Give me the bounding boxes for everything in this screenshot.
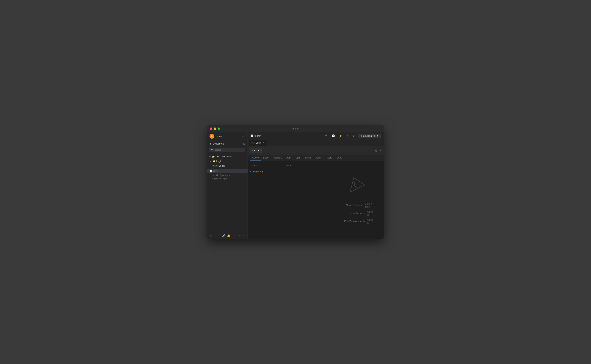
no-api-text: No API Specs found.	[212, 174, 245, 177]
settings-icon[interactable]: ⚙	[352, 134, 355, 138]
avatar: b	[210, 134, 214, 139]
params-table: Name Value	[250, 163, 329, 168]
tab-body[interactable]: Body	[261, 155, 271, 161]
col-actions-header	[317, 163, 329, 168]
tab-vars[interactable]: Vars	[294, 155, 303, 161]
collections-label: ⊞ Collections	[210, 142, 224, 145]
sidebar-item-jwt-generator[interactable]: ▶ 📁 JWT-Generator	[207, 154, 248, 159]
add-param-button[interactable]: + Add Param	[250, 170, 329, 174]
folder-icon: 📁	[212, 160, 215, 162]
request-bar-actions: ⧉ →	[375, 149, 381, 152]
history-icon[interactable]: 🕐	[331, 134, 336, 138]
search-input[interactable]	[215, 149, 244, 151]
titlebar: bruno	[207, 125, 384, 132]
open-api-spec: Open API Spec.	[212, 177, 245, 180]
sidebar-header: b bruno ···	[207, 132, 248, 141]
shortcut-send: Send Request Cmd + Enter	[339, 202, 376, 208]
top-actions: ⏱ 🕐 ⚡ 👁 ⚙ No Environment ▼	[324, 134, 381, 138]
content-area: 📄 Login ⏱ 🕐 ⚡ 👁 ⚙ No Environment ▼	[248, 132, 384, 239]
api-spec-suffix: API Spec.	[219, 177, 228, 180]
request-name: Login	[219, 164, 225, 167]
heart-icon[interactable]: ♡	[214, 234, 216, 237]
collections-actions: ⇅	[243, 142, 245, 145]
search-icon: 🔍	[211, 149, 214, 151]
main-layout: b bruno ··· ⊞ Collections ⇅ 🔍	[207, 132, 384, 239]
collections-icon: ⊞	[210, 142, 211, 145]
top-bar: 📄 Login ⏱ 🕐 ⚡ 👁 ⚙ No Environment ▼	[248, 132, 384, 140]
query-panel: Name Value + Add Param	[248, 161, 331, 239]
svg-line-1	[354, 178, 355, 186]
apis-section: 📄 APIs No API Specs found. Open API Spec…	[207, 168, 248, 182]
link-icon[interactable]: 🔗	[222, 234, 225, 237]
send-button[interactable]: →	[379, 149, 381, 152]
file-icon: 📄	[210, 170, 212, 172]
copy-url-button[interactable]: ⧉	[375, 149, 377, 152]
shortcut-new: New Request Cmd + B	[339, 210, 376, 216]
method-select[interactable]: GET ▼	[250, 148, 262, 153]
col-value-header: Value	[284, 163, 317, 168]
shortcut-env-label: Edit Environments	[339, 220, 365, 223]
folder-icon: 📁	[212, 155, 215, 158]
page-title: 📄 Login	[251, 134, 261, 137]
page-icon: 📄	[251, 134, 254, 137]
tab-script[interactable]: Script	[303, 155, 313, 161]
method-badge: GET	[212, 165, 218, 167]
window-title: bruno	[292, 127, 298, 130]
sidebar-item-login-collection[interactable]: ▼ 📁 Login	[207, 159, 248, 163]
sidebar-item-apis[interactable]: 📄 APIs	[207, 169, 248, 173]
tab-query[interactable]: Query	[250, 155, 261, 161]
request-bar: GET ▼ ⧉ →	[248, 146, 384, 155]
chevron-down-icon: ▼	[210, 160, 211, 162]
tab-login[interactable]: GET Login ✕	[249, 140, 267, 146]
environment-dropdown[interactable]: No Environment ▼	[358, 134, 381, 138]
sort-button[interactable]: ⇅	[243, 142, 245, 145]
sidebar-item-login-request[interactable]: GET Login	[207, 163, 248, 168]
tab-method: GET	[251, 142, 255, 144]
request-content: Name Value + Add Param	[248, 161, 384, 239]
shortcut-send-keys: Cmd + Enter	[365, 202, 376, 208]
method-label: GET	[252, 149, 256, 152]
sidebar-tree: ▶ 📁 JWT-Generator ▼ 📁 Login GET Login	[207, 154, 248, 232]
shortcut-new-label: New Request	[339, 212, 365, 215]
svg-line-2	[355, 186, 358, 188]
runner-icon[interactable]: ⚡	[338, 134, 343, 138]
add-tab-button[interactable]: +	[267, 141, 272, 145]
apis-label: APIs	[213, 170, 218, 172]
tab-docs[interactable]: Docs	[334, 155, 344, 161]
sidebar: b bruno ··· ⊞ Collections ⇅ 🔍	[207, 132, 248, 239]
tab-close-button[interactable]: ✕	[263, 142, 265, 144]
shortcut-env-keys: Cmd + E	[367, 218, 376, 224]
collection-name: Login	[216, 160, 222, 162]
collection-name: JWT-Generator	[216, 155, 232, 158]
sidebar-more-button[interactable]: ···	[242, 134, 245, 138]
right-panel: Send Request Cmd + Enter New Request Cmd…	[331, 161, 384, 239]
tab-tests[interactable]: Tests	[324, 155, 334, 161]
tabs-bar: GET Login ✕ +	[248, 140, 384, 146]
chevron-down-icon: ▼	[377, 135, 379, 137]
shortcut-new-keys: Cmd + B	[367, 210, 376, 216]
bell-icon[interactable]: 🔔	[227, 234, 230, 237]
tab-auth[interactable]: Auth	[284, 155, 294, 161]
tab-headers[interactable]: Headers	[271, 155, 284, 161]
tab-name: Login	[256, 142, 261, 144]
open-link[interactable]: Open	[212, 177, 218, 180]
version-label: v1.14.0	[239, 234, 245, 237]
shortcut-send-label: Send Request	[339, 204, 363, 207]
maximize-button[interactable]	[217, 127, 220, 130]
collections-bar: ⊞ Collections ⇅	[207, 141, 248, 147]
close-button[interactable]	[210, 127, 212, 130]
env-label: No Environment	[360, 135, 375, 137]
sidebar-footer: ⚙ ♡ ♡ 🔗 🔔 v1.14.0	[207, 232, 248, 239]
url-input[interactable]	[263, 149, 374, 152]
shortcuts-list: Send Request Cmd + Enter New Request Cmd…	[339, 202, 376, 224]
apis-sub: No API Specs found. Open API Spec.	[207, 173, 248, 182]
paper-plane-icon	[348, 176, 367, 194]
like-icon[interactable]: ♡	[218, 234, 220, 237]
timer-icon[interactable]: ⏱	[324, 134, 328, 138]
dropdown-icon: ▼	[258, 149, 260, 152]
minimize-button[interactable]	[214, 127, 216, 130]
settings-icon[interactable]: ⚙	[210, 234, 212, 237]
chevron-right-icon: ▶	[210, 156, 211, 158]
tab-assert[interactable]: Assert	[313, 155, 324, 161]
eye-icon[interactable]: 👁	[345, 134, 349, 138]
